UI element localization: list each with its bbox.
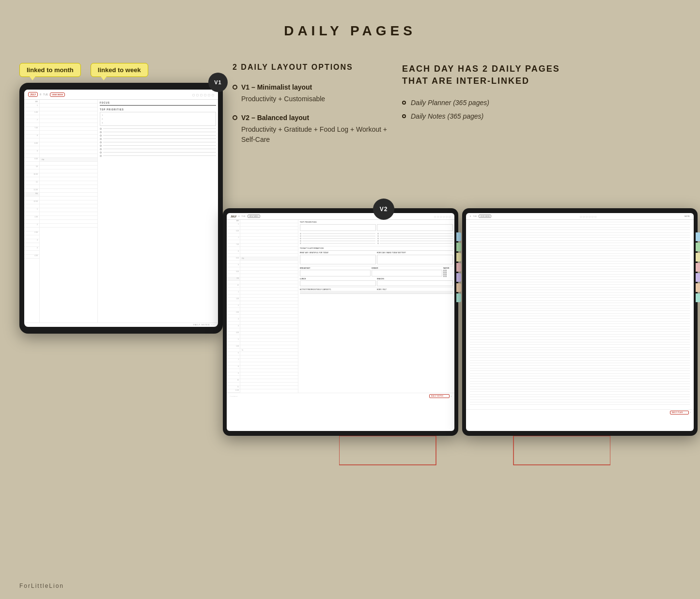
t4: [24, 115, 39, 119]
v2-left-side-tabs: [456, 232, 461, 302]
t29: [24, 212, 39, 216]
t34: 2.30: [24, 231, 39, 235]
notes-tab-yellow: [696, 253, 700, 261]
t35: [24, 235, 39, 239]
v2-activity-label: ACTIVITY/WORKOUT/SELF-CARE/ETC.: [300, 289, 376, 291]
v1-icon-2: ◻: [196, 93, 199, 96]
notes-tab-green: [696, 243, 700, 251]
t12: [24, 146, 39, 150]
v2-content: AM 5 6.30 7 7.30 8 8.30 9: [227, 220, 454, 393]
linked-to-month-callout: linked to month: [19, 63, 81, 77]
v1-tasks-col: FOCUS TOP PRIORITIES 1. 2. 3.: [98, 100, 218, 323]
v2-icons: ◻ ◻ ◻ ◻ ◻ ◻: [434, 215, 451, 218]
v2-day-num: 8: [238, 215, 239, 217]
v1-view-week[interactable]: VIEW WEEK: [50, 92, 65, 97]
sub-item-1: Daily Planner (365 pages): [402, 99, 576, 107]
v2-n-icon-1: ◻: [580, 215, 582, 218]
layout-options-title: 2 DAILY LAYOUT OPTIONS: [233, 63, 388, 72]
t8: [24, 131, 39, 135]
t32: 2: [24, 224, 39, 228]
t21: 11: [24, 181, 39, 185]
t11: 8.30: [24, 142, 39, 146]
v2-schedule-col: PM: [240, 220, 298, 393]
v2-top-priorities-label: TOP PRIORITIES: [300, 221, 453, 223]
v2-notes-view-week[interactable]: VIEW WEEK: [479, 215, 491, 218]
v2-right-inner: 8 TUE VIEW WEEK ◻ ◻ ◻ ◻ ◻ ◻ NOTE: [466, 213, 694, 431]
v2-badge: V2: [373, 199, 394, 220]
sub-bullet-1: [402, 101, 406, 105]
tab-peach: [456, 283, 461, 292]
sub-item-2: Daily Notes (365 pages): [402, 112, 576, 120]
v2-notes-day: TUE: [473, 215, 477, 217]
v1-focus-label: FOCUS: [100, 102, 216, 104]
t31: [24, 220, 39, 224]
t13: 9: [24, 150, 39, 154]
v2-left-footer: © ForLittleLion DAILY NOTES →→ ›: [227, 393, 454, 399]
v2-view-week[interactable]: VIEW WEEK: [248, 215, 260, 218]
option-v1-title: V1 – Minimalist layout: [233, 83, 388, 91]
v2-daily-notes-btn[interactable]: DAILY NOTES →→: [429, 394, 450, 398]
v1-schedule-col: PM: [40, 100, 98, 323]
v2-snacks-label: SNACKS: [377, 278, 453, 280]
v1-day-num: 8: [40, 93, 41, 96]
v2-devices: JULY 8 TUE VIEW WEEK ◻ ◻ ◻ ◻ ◻ ◻: [223, 208, 698, 436]
v2-right-panel: TOP PRIORITIES: [298, 220, 454, 393]
t15: 9.30: [24, 158, 39, 162]
v2-icon-3: ◻: [440, 215, 442, 218]
sub-text-1: Daily Planner (365 pages): [411, 99, 489, 107]
tab-yellow: [456, 253, 461, 261]
v2-daily-plan-btn[interactable]: DAILY PLAN →→: [670, 411, 689, 415]
t14: [24, 154, 39, 158]
t25: [24, 197, 39, 200]
t27: [24, 204, 39, 208]
sub-bullet-2: [402, 114, 406, 118]
option-v2-title: V2 – Balanced layout: [233, 114, 388, 122]
v2-copyright: © ForLittleLion: [230, 396, 237, 397]
v2-notes-day-num: 8: [470, 215, 471, 217]
v1-icon-1: ◻: [192, 93, 195, 96]
option-v1-desc: Productivity + Customisable: [233, 94, 388, 104]
t30: 1.30: [24, 216, 39, 220]
v2-header-left: JULY 8 TUE VIEW WEEK: [231, 215, 260, 218]
v2-affirmation-label: TODAY'S AFFIRMATION: [300, 246, 453, 249]
v2-left-inner: JULY 8 TUE VIEW WEEK ◻ ◻ ◻ ◻ ◻ ◻: [227, 213, 454, 431]
tab-lavender: [456, 273, 461, 282]
v2-notes-header-left: 8 TUE VIEW WEEK: [470, 215, 491, 218]
v2-notes-icons: ◻ ◻ ◻ ◻ ◻ ◻: [580, 215, 596, 218]
v2-area: V2 JULY 8 TUE VIEW WEEK ◻ ◻ ◻ ◻: [223, 208, 698, 436]
brand-label: ForLittleLion: [19, 583, 64, 589]
v2-icon-5: ◻: [446, 215, 448, 218]
v2-n-icon-6: ◻: [594, 215, 596, 218]
t22: [24, 185, 39, 189]
svg-rect-1: [513, 436, 610, 465]
v2-icon-1: ◻: [434, 215, 436, 218]
v2-notes-header: 8 TUE VIEW WEEK ◻ ◻ ◻ ◻ ◻ ◻ NOTE: [466, 213, 694, 220]
t7: 7.30: [24, 127, 39, 131]
right-section: EACH DAY HAS 2 DAILY PAGES THAT ARE INTE…: [402, 63, 576, 126]
v1-time-col: AM 5 5.30 7 7.30 8 8.30 9 9.30: [24, 100, 40, 323]
v2-n-icon-4: ◻: [589, 215, 591, 218]
t20: [24, 177, 39, 181]
v1-month-badge[interactable]: JULY: [28, 92, 38, 97]
v1-device: JULY 8 TUE VIEW WEEK ◻ ◻ ◻ ◻ ◻ ◻: [19, 83, 223, 334]
v2-nav-arrow-right: ›: [690, 411, 691, 414]
t28: 1: [24, 208, 39, 212]
t19: 10.30: [24, 173, 39, 177]
v2-lunch-label: LUNCH: [300, 278, 376, 280]
page-title: DAILY PAGES: [0, 0, 700, 39]
v2-right-footer: DAILY PLAN →→ ›: [466, 409, 694, 415]
t3: 5.30: [24, 111, 39, 115]
v1-icon-5: ◻: [208, 93, 210, 96]
v1-badge: V1: [208, 73, 228, 92]
option-v1: V1 – Minimalist layout Productivity + Cu…: [233, 83, 388, 104]
notes-tab-mint: [696, 293, 700, 302]
v2-breakfast-label: BREAKFAST: [300, 267, 371, 269]
option-v2: V2 – Balanced layout Productivity + Grat…: [233, 114, 388, 145]
v2-icon-6: ◻: [449, 215, 451, 218]
v2-icon-4: ◻: [443, 215, 445, 218]
callout-row: linked to month linked to week V1: [19, 63, 223, 77]
t1: 5: [24, 104, 39, 108]
linked-to-week-callout: linked to week: [91, 63, 148, 77]
v2-nav-arrow: ›: [451, 395, 451, 398]
v1-mockup-area: linked to month linked to week V1 JULY 8…: [19, 63, 223, 334]
